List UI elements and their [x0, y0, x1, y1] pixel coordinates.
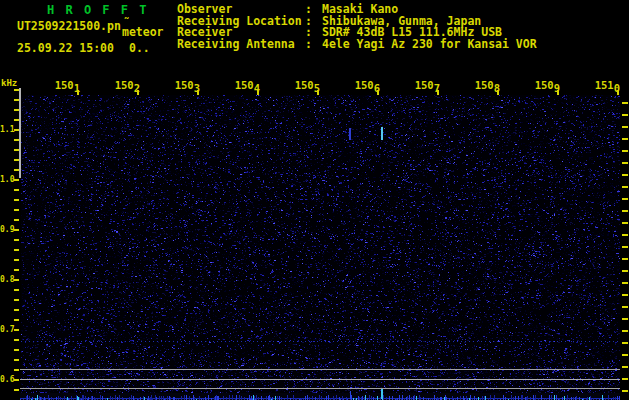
y-axis-tick: [14, 229, 19, 231]
carrier-line: [20, 388, 620, 389]
x-axis-label: 1510: [590, 80, 620, 91]
y-axis-right-tick: [622, 150, 628, 152]
y-axis-right-tick: [622, 270, 628, 272]
x-axis-label-main: 150: [235, 79, 254, 91]
y-axis-tick: [14, 279, 19, 281]
field-separator: :: [305, 39, 322, 51]
datetime-text: 25.09.22 15:00: [17, 43, 114, 55]
strip-spike: [350, 391, 351, 399]
y-axis-right-tick: [622, 186, 628, 188]
x-axis-label: 1502: [110, 80, 140, 91]
y-axis-tick: [14, 369, 19, 371]
y-axis-right-tick: [622, 162, 628, 164]
x-axis-label-main: 150: [295, 79, 314, 91]
y-axis-right-tick: [622, 114, 628, 116]
y-axis-tick: [14, 309, 19, 311]
y-axis-right-tick: [622, 390, 628, 392]
metadata-fields: Observer:Masaki KanoReceiving Location:S…: [177, 4, 537, 50]
field-value: 4ele Yagi Az 230 for Kansai VOR: [322, 39, 537, 51]
y-axis-right-tick: [622, 222, 628, 224]
x-axis-label: 1505: [290, 80, 320, 91]
y-axis-right-tick: [622, 294, 628, 296]
y-axis-tick: [14, 299, 19, 301]
y-axis-unit: kHz: [1, 79, 17, 88]
app-title: H R O F F T: [47, 4, 148, 16]
strip-spike: [381, 389, 383, 399]
x-axis-label: 1507: [410, 80, 440, 91]
y-axis-tick: [14, 249, 19, 251]
y-axis-right-tick: [622, 174, 628, 176]
y-axis-right-tick: [622, 198, 628, 200]
y-axis-tick: [14, 199, 19, 201]
y-axis-tick: [14, 379, 19, 381]
y-axis-tick: [14, 259, 19, 261]
metadata-row: Receiving Antenna:4ele Yagi Az 230 for K…: [177, 39, 537, 51]
faint-carrier-line: [21, 341, 620, 342]
y-axis-right-tick: [622, 378, 628, 380]
y-axis-tick: [14, 209, 19, 211]
x-axis-label: 1509: [530, 80, 560, 91]
y-axis-label: 0.6: [0, 376, 13, 384]
y-axis-tick: [14, 389, 19, 391]
y-axis-tick: [14, 329, 19, 331]
y-axis-right-tick: [622, 258, 628, 260]
y-axis-tick: [14, 319, 19, 321]
signal-strip-canvas: [20, 393, 620, 400]
x-axis-label-main: 150: [535, 79, 554, 91]
y-axis-tick: [14, 269, 19, 271]
meteor-echo: [381, 127, 383, 140]
x-axis-label: 1506: [350, 80, 380, 91]
x-axis-label-main: 150: [475, 79, 494, 91]
x-axis-label-main: 150: [355, 79, 374, 91]
x-axis-label: 1503: [170, 80, 200, 91]
y-axis-tick: [14, 289, 19, 291]
y-axis-tick: [14, 339, 19, 341]
x-axis-label-main: 150: [55, 79, 74, 91]
y-axis-right-tick: [622, 342, 628, 344]
y-axis-right-tick: [622, 102, 628, 104]
y-axis-right-tick: [622, 330, 628, 332]
echo-counter: 0..: [129, 43, 150, 55]
y-axis-right-tick: [622, 366, 628, 368]
carrier-line: [20, 379, 620, 380]
x-axis-label-main: 150: [175, 79, 194, 91]
y-axis-right-tick: [622, 210, 628, 212]
y-axis-label: 1.1: [0, 126, 13, 134]
y-axis-right-tick: [622, 318, 628, 320]
y-axis-right-tick: [622, 306, 628, 308]
x-axis-label-main: 151: [595, 79, 614, 91]
y-axis-right-tick: [622, 354, 628, 356]
x-axis-label-main: 150: [415, 79, 434, 91]
y-axis-label: 0.9: [0, 226, 13, 234]
y-axis-right-tick: [622, 234, 628, 236]
y-axis-right-tick: [622, 126, 628, 128]
x-axis-label-main: 150: [115, 79, 134, 91]
y-axis-right-tick: [622, 138, 628, 140]
y-axis-tick: [14, 349, 19, 351]
x-axis-label: 1501: [50, 80, 80, 91]
y-axis-label: 1.0: [0, 176, 13, 184]
hrofft-screen: H R O F F T UT2509221500.pn ˜ meteor 25.…: [0, 0, 629, 400]
y-axis-label: 0.7: [0, 326, 13, 334]
y-axis-right-tick: [622, 246, 628, 248]
y-axis-tick: [14, 219, 19, 221]
field-label: Receiving Antenna: [177, 39, 305, 51]
y-axis-tick: [14, 359, 19, 361]
x-axis-label: 1504: [230, 80, 260, 91]
filename-text: UT2509221500.pn: [17, 21, 121, 33]
y-axis-tick: [14, 239, 19, 241]
x-axis-label: 1508: [470, 80, 500, 91]
station-name: meteor: [122, 27, 164, 39]
y-axis-tick: [14, 189, 19, 191]
y-axis-tick: [14, 179, 19, 181]
y-axis-label: 0.8: [0, 276, 13, 284]
y-axis-right-tick: [622, 282, 628, 284]
meteor-echo: [349, 128, 351, 140]
spectrogram-canvas: [21, 95, 620, 393]
carrier-line: [20, 369, 620, 370]
